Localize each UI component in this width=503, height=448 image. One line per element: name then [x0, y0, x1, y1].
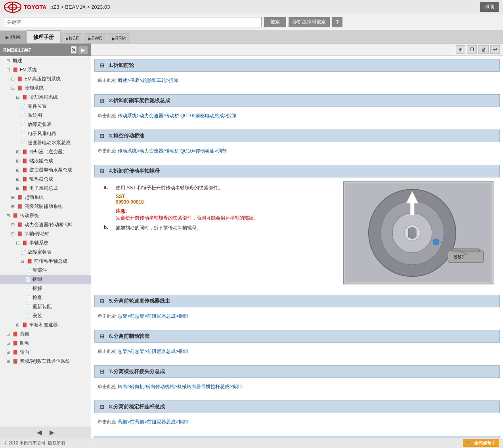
diag-search-button[interactable]: 诊断故障码搜索 — [289, 17, 330, 27]
sidebar-item-av[interactable]: ⊞ 📕 音频/视频/车载通信系统 — [0, 357, 91, 366]
section-2-title: 2.拆卸前副车架挡泥板总成 — [109, 97, 170, 104]
sidebar-item-fault-table[interactable]: 📄 故障定状表 — [0, 120, 91, 129]
sidebar-item-overview[interactable]: ⊞ 概述 — [0, 56, 91, 65]
section-1-header[interactable]: ⊟ 1.拆卸前轮 — [94, 59, 500, 72]
sidebar-item-fault-halfshaft[interactable]: 📄 故障定状表 — [0, 248, 91, 257]
sidebar-item-front-shaft[interactable]: ⊟ 📕 前传动半轴总成 — [0, 257, 91, 266]
sidebar-item-fan-circuit[interactable]: 📄 电子风扇电路 — [0, 129, 91, 138]
tab-results[interactable]: ▶ 结果 — [0, 31, 27, 43]
section-4-body: SST a. 使用 SST 和锤子松开前传动半轴螺母的锁紧部件。 — [91, 179, 503, 292]
step-b-label: b. — [104, 225, 112, 231]
section-2-header[interactable]: ⊟ 2.拆卸前副车架挡泥板总成 — [94, 94, 500, 107]
sidebar-item-disassembly[interactable]: 📄 拆卸 — [0, 275, 91, 284]
plus-icon: ⊞ — [6, 341, 11, 346]
sidebar-item-install[interactable]: 📄 安装 — [0, 311, 91, 320]
section-5-header[interactable]: ⊟ 5.分离前轮速度传感器线束 — [94, 295, 500, 307]
sidebar-item-adas[interactable]: ⊞ 📕 高级驾驶辅助系统 — [0, 202, 91, 211]
section-3-link-anchor[interactable]: 传动系统>动力变速器/传动桥 QC10>传动桥油>调节 — [118, 148, 227, 154]
sidebar-item-label: 零部件 — [33, 267, 47, 274]
svg-text:SST: SST — [454, 254, 465, 260]
section-6-link-anchor[interactable]: 悬架>前悬架>前阻尼器总成>拆卸 — [118, 349, 188, 354]
help-button[interactable]: 帮助 — [480, 2, 499, 12]
toyota-emblem-icon — [4, 2, 21, 13]
sidebar-tree: ⊞ 概述 ⊟ 📕 EV 系统 ⊞ 📕 EV 高压控制系统 ⊟ 📕 冷却系统 ⊟ … — [0, 56, 91, 427]
sidebar-item-parts[interactable]: 📄 零部件 — [0, 266, 91, 275]
sidebar-item-label: 半轴/传动轴 — [25, 231, 50, 237]
sidebar-left-arrow[interactable]: ◀ — [37, 429, 42, 436]
sidebar-item-fan-assy[interactable]: ⊞ 📕 电子风扇总成 — [0, 184, 91, 193]
back-btn[interactable]: ↩ — [490, 45, 500, 54]
sidebar-item-label: 零件位置 — [28, 103, 47, 110]
svg-marker-13 — [408, 227, 416, 239]
sidebar-item-suspension[interactable]: ⊞ 📕 悬架 — [0, 330, 91, 339]
plus-icon: ⊞ — [16, 186, 21, 191]
sidebar-item-transaxle[interactable]: ⊞ 📕 动力变速器/传动桥 QC — [0, 220, 91, 229]
sidebar-item-shaft-system[interactable]: ⊟ 📕 半轴系统 — [0, 238, 91, 248]
view-mode-btn1[interactable]: ⊞ — [456, 45, 465, 54]
sidebar-item-fan-system[interactable]: ⊟ 📕 冷却风扇系统 — [0, 93, 91, 102]
helper-logo-text: 全汽修帮手 — [474, 440, 496, 446]
help-icon-button[interactable]: ? — [332, 17, 342, 27]
section-7-header[interactable]: ⊟ 7.分离横拉杆接头分总成 — [94, 365, 500, 378]
sidebar-item-breakdown[interactable]: 📄 拆解 — [0, 284, 91, 293]
sidebar-item-label: 冷却风扇系统 — [29, 94, 58, 101]
sidebar-item-steering[interactable]: ⊞ 📕 转向 — [0, 348, 91, 357]
search-input[interactable] — [4, 17, 262, 27]
sidebar-expand-button[interactable]: ▶ — [78, 46, 88, 54]
sidebar-item-reassembly[interactable]: 📄 重新装配 — [0, 302, 91, 311]
sidebar-item-system-diagram[interactable]: 📄 系统图 — [0, 111, 91, 120]
folder-icon: 📕 — [22, 95, 28, 100]
sidebar-item-axle[interactable]: ⊞ 📕 车桥和差速器 — [0, 320, 91, 330]
search-button[interactable]: 搜索 — [264, 17, 286, 27]
sidebar-item-ev[interactable]: ⊟ 📕 EV 系统 — [0, 65, 91, 74]
minus-icon: ⊟ — [16, 240, 21, 246]
sst-code: 09930-00010 — [116, 199, 144, 205]
section-2-body: 单击此处 传动系统>动力变速器/传动桥 QC10>前驱电动总成>拆卸 — [91, 109, 503, 126]
section-8-header[interactable]: ⊟ 8.分离前稳定杆连杆总成 — [94, 400, 500, 413]
section-6-header[interactable]: ⊟ 6.分离前制动软管 — [94, 330, 500, 343]
sidebar-right-arrow[interactable]: ▶ — [50, 429, 54, 436]
sidebar-item-label: EV 系统 — [20, 67, 37, 73]
sidebar-item-label: 重新装配 — [33, 303, 52, 310]
sidebar-item-radiator[interactable]: ⊞ 📕 散热器总成 — [0, 175, 91, 184]
section-2-link-anchor[interactable]: 传动系统>动力变速器/传动桥 QC10>前驱电动总成>拆卸 — [118, 113, 236, 118]
axle-nut-image: SST — [343, 181, 493, 284]
sidebar-item-transmission[interactable]: ⊟ 📕 传动系统 — [0, 211, 91, 220]
section-9-header[interactable]: ⊟ 9.分离前下摆臂装配总成 — [94, 436, 500, 438]
tab-brm[interactable]: ▶BRM — [108, 33, 130, 43]
folder-icon: 📕 — [22, 322, 28, 328]
tab-ewd[interactable]: ▶EWD — [84, 33, 107, 43]
sidebar-item-cooling[interactable]: ⊟ 📕 冷却系统 — [0, 84, 91, 93]
folder-icon: 📕 — [17, 76, 23, 82]
sidebar-item-reservoir[interactable]: ⊞ 📕 储液罐总成 — [0, 156, 91, 166]
sidebar-item-part-location[interactable]: 📄 零件位置 — [0, 102, 91, 111]
section-7-link-anchor[interactable]: 转向>转向机/转向传动机构>机械转向器带横拉杆总成>拆卸 — [118, 384, 241, 389]
section-4-header[interactable]: ⊟ 4.拆卸前传动半轴螺母 — [94, 165, 500, 177]
section-5-link-anchor[interactable]: 悬架>前悬架>前阻尼器总成>拆卸 — [118, 313, 188, 319]
tab-bar: ▶ 结果 修理手册 ▶NCF ▶EWD ▶BRM — [0, 30, 503, 44]
sidebar-item-label: 车桥和差速器 — [29, 322, 58, 328]
doc-icon: 📄 — [25, 313, 31, 318]
section-8-title: 8.分离前稳定杆连杆总成 — [109, 403, 165, 410]
minus-icon: ⊟ — [6, 67, 11, 72]
tab-ncf[interactable]: ▶NCF — [61, 33, 83, 43]
sidebar-item-coolant[interactable]: ⊞ 📕 冷却液（逆变器） — [0, 147, 91, 156]
sidebar-item-label: 概述 — [13, 57, 22, 64]
plus-icon: ⊞ — [11, 222, 16, 227]
view-mode-btn2[interactable]: ☐ — [467, 45, 477, 54]
sidebar-item-inverter-pump[interactable]: 📄 逆变器电动水泵总成 — [0, 138, 91, 147]
sidebar-item-inspection[interactable]: 📄 检查 — [0, 293, 91, 302]
sidebar-item-halfshaft[interactable]: ⊟ 📕 半轴/传动轴 — [0, 229, 91, 238]
plus-icon: ⊞ — [11, 195, 16, 200]
sidebar-close-button[interactable]: ✕ — [71, 46, 77, 54]
section-1-link-anchor[interactable]: 概述>保养>轮胎和车轮>拆卸 — [118, 78, 178, 83]
sidebar-item-brake[interactable]: ⊞ 📕 制动 — [0, 339, 91, 348]
sidebar-item-ev-high[interactable]: ⊞ 📕 EV 高压控制系统 — [0, 74, 91, 84]
section-3-header[interactable]: ⊟ 3.排空传动桥油 — [94, 130, 500, 142]
sidebar-item-elec-pump[interactable]: ⊞ 📕 逆变器电动水泵总成 — [0, 166, 91, 175]
sidebar-item-starter[interactable]: ⊞ 📕 起动系统 — [0, 193, 91, 202]
plus-icon: ⊞ — [11, 76, 16, 82]
tab-manual[interactable]: 修理手册 — [27, 31, 61, 43]
section-8-link-anchor[interactable]: 悬架>前悬架>前阻尼器总成>拆卸 — [118, 419, 188, 425]
print-btn[interactable]: 🖨 — [478, 45, 489, 54]
